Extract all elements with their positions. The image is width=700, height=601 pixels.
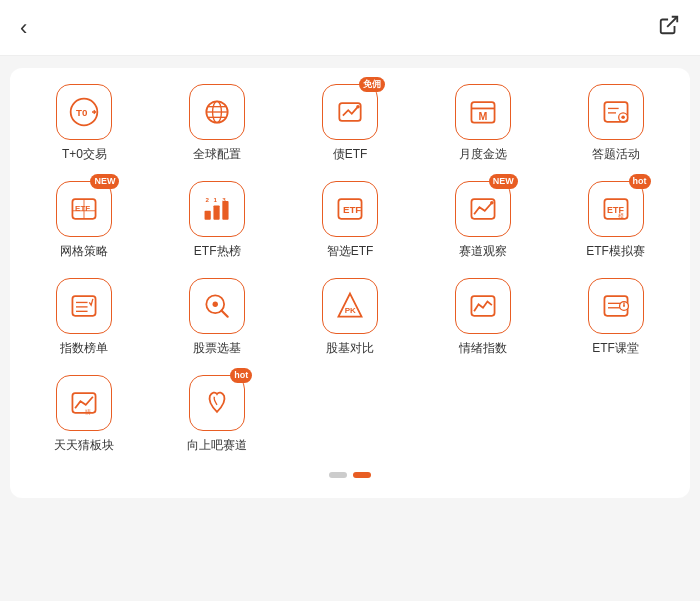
svg-text:T0: T0 bbox=[76, 107, 88, 118]
label-stock-pick: 股票选基 bbox=[193, 340, 241, 357]
icon-wrap-monthly: M bbox=[455, 84, 511, 140]
dot-1 bbox=[329, 472, 347, 478]
label-bond-etf: 债ETF bbox=[333, 146, 368, 163]
badge-grid-strategy: NEW bbox=[90, 174, 119, 189]
svg-point-40 bbox=[213, 302, 218, 307]
grid-item-guess-block[interactable]: 猜 天天猜板块 bbox=[18, 375, 151, 454]
badge-bond-etf: 免佣 bbox=[359, 77, 385, 92]
label-index-rank: 指数榜单 bbox=[60, 340, 108, 357]
label-t0: T+0交易 bbox=[62, 146, 107, 163]
icon-wrap-mood-index bbox=[455, 278, 511, 334]
badge-track: NEW bbox=[489, 174, 518, 189]
label-guess-block: 天天猜板块 bbox=[54, 437, 114, 454]
svg-text:M: M bbox=[478, 110, 487, 122]
grid-item-track[interactable]: NEW赛道观察 bbox=[416, 181, 549, 260]
icon-wrap-smart-etf: ETF bbox=[322, 181, 378, 237]
svg-text:2: 2 bbox=[206, 196, 210, 203]
pagination-dots bbox=[18, 472, 682, 478]
label-grid-strategy: 网格策略 bbox=[60, 243, 108, 260]
icon-wrap-guess-block: 猜 bbox=[56, 375, 112, 431]
svg-point-9 bbox=[356, 105, 360, 109]
icon-wrap-etf-course bbox=[588, 278, 644, 334]
svg-point-31 bbox=[490, 201, 494, 205]
label-smart-etf: 智选ETF bbox=[327, 243, 374, 260]
grid-item-global[interactable]: 全球配置 bbox=[151, 84, 284, 163]
label-etf-sim: ETF模拟赛 bbox=[586, 243, 645, 260]
svg-rect-23 bbox=[214, 205, 220, 219]
grid-item-etf-course[interactable]: ETF课堂 bbox=[549, 278, 682, 357]
grid-item-etf-sim[interactable]: ETF 模 hotETF模拟赛 bbox=[549, 181, 682, 260]
icon-wrap-quiz bbox=[588, 84, 644, 140]
grid-item-grid-strategy[interactable]: ETF NEW网格策略 bbox=[18, 181, 151, 260]
grid-item-go-up[interactable]: hot向上吧赛道 bbox=[151, 375, 284, 454]
label-global: 全球配置 bbox=[193, 146, 241, 163]
grid-item-stock-pick[interactable]: 股票选基 bbox=[151, 278, 284, 357]
svg-text:ETF: ETF bbox=[76, 204, 91, 213]
grid-item-smart-etf[interactable]: ETF 智选ETF bbox=[284, 181, 417, 260]
svg-point-50 bbox=[623, 305, 625, 307]
svg-rect-35 bbox=[73, 296, 96, 316]
svg-rect-44 bbox=[471, 296, 494, 316]
svg-line-0 bbox=[667, 16, 677, 26]
svg-text:3: 3 bbox=[223, 196, 227, 203]
svg-rect-24 bbox=[223, 201, 229, 220]
grid-item-etf-hot[interactable]: 2 1 3 ETF热榜 bbox=[151, 181, 284, 260]
badge-etf-sim: hot bbox=[629, 174, 651, 189]
back-button[interactable]: ‹ bbox=[20, 15, 27, 41]
icon-wrap-stock-pick bbox=[189, 278, 245, 334]
icon-wrap-etf-hot: 2 1 3 bbox=[189, 181, 245, 237]
label-etf-course: ETF课堂 bbox=[592, 340, 639, 357]
grid-item-fund-compare[interactable]: PK 股基对比 bbox=[284, 278, 417, 357]
icon-grid: T0 T+0交易 全球配置 免佣债ETF M 月度金选 答题活动 ETF bbox=[18, 84, 682, 454]
badge-go-up: hot bbox=[230, 368, 252, 383]
icon-wrap-go-up: hot bbox=[189, 375, 245, 431]
svg-text:猜: 猜 bbox=[85, 408, 91, 415]
icon-wrap-track: NEW bbox=[455, 181, 511, 237]
icon-wrap-t0: T0 bbox=[56, 84, 112, 140]
svg-point-15 bbox=[621, 116, 625, 120]
grid-item-mood-index[interactable]: 情绪指数 bbox=[416, 278, 549, 357]
svg-text:ETF: ETF bbox=[343, 204, 361, 215]
grid-item-quiz[interactable]: 答题活动 bbox=[549, 84, 682, 163]
svg-text:PK: PK bbox=[345, 306, 356, 315]
icon-wrap-etf-sim: ETF 模 hot bbox=[588, 181, 644, 237]
grid-item-t0[interactable]: T0 T+0交易 bbox=[18, 84, 151, 163]
share-button[interactable] bbox=[658, 14, 680, 42]
label-track: 赛道观察 bbox=[459, 243, 507, 260]
icon-wrap-global bbox=[189, 84, 245, 140]
svg-text:模: 模 bbox=[617, 212, 623, 219]
grid-item-monthly[interactable]: M 月度金选 bbox=[416, 84, 549, 163]
label-etf-hot: ETF热榜 bbox=[194, 243, 241, 260]
main-content: T0 T+0交易 全球配置 免佣债ETF M 月度金选 答题活动 ETF bbox=[10, 68, 690, 498]
icon-wrap-index-rank bbox=[56, 278, 112, 334]
icon-wrap-fund-compare: PK bbox=[322, 278, 378, 334]
svg-line-41 bbox=[222, 310, 228, 316]
grid-item-index-rank[interactable]: 指数榜单 bbox=[18, 278, 151, 357]
svg-text:1: 1 bbox=[214, 196, 218, 203]
label-quiz: 答题活动 bbox=[592, 146, 640, 163]
label-mood-index: 情绪指数 bbox=[459, 340, 507, 357]
label-fund-compare: 股基对比 bbox=[326, 340, 374, 357]
label-monthly: 月度金选 bbox=[459, 146, 507, 163]
icon-wrap-bond-etf: 免佣 bbox=[322, 84, 378, 140]
header: ‹ bbox=[0, 0, 700, 56]
icon-wrap-grid-strategy: ETF NEW bbox=[56, 181, 112, 237]
grid-item-bond-etf[interactable]: 免佣债ETF bbox=[284, 84, 417, 163]
label-go-up: 向上吧赛道 bbox=[187, 437, 247, 454]
dot-2 bbox=[353, 472, 371, 478]
svg-rect-22 bbox=[205, 211, 211, 220]
